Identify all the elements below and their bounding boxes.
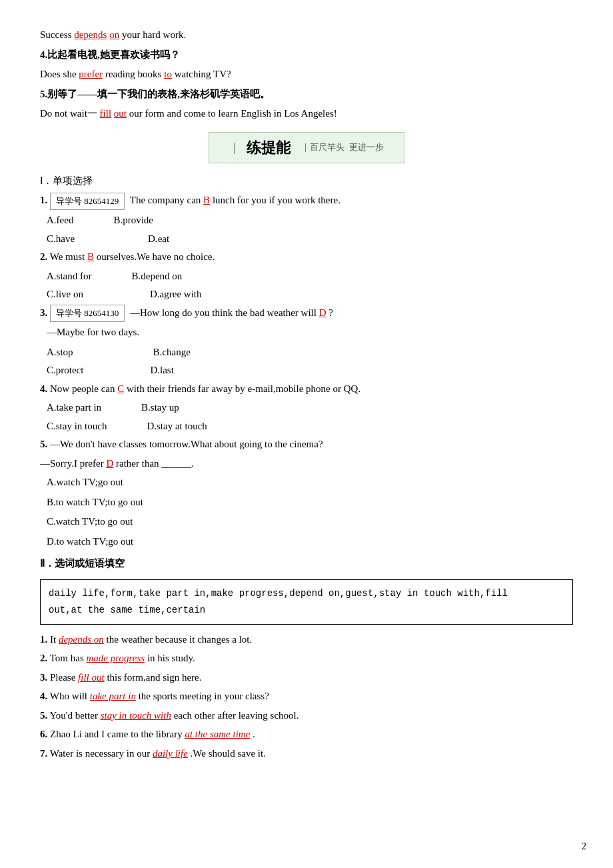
mc-q4: 4. Now people can C with their friends f… <box>40 381 573 398</box>
mc-q2-num: 2. <box>40 251 47 262</box>
mc-q3-answer: D <box>319 307 326 318</box>
mc-q1-before: The company can <box>130 195 203 205</box>
mc-q4-after: with their friends far away by e-mail,mo… <box>127 383 360 394</box>
mc-q3-before: —How long do you think the bad weather w… <box>130 307 319 318</box>
mc-q4-num: 4. <box>40 383 47 394</box>
mc-q3-num: 3. <box>40 307 47 318</box>
fill-q6-before: Zhao Li and I came to the library <box>50 729 185 739</box>
mc-q3-optB: B.change <box>153 344 191 361</box>
q4-after: watching TV? <box>175 69 231 79</box>
section1-label: Ⅰ．单项选择 <box>40 173 573 190</box>
banner: ｜ 练提能 ｜百尺竿头 更进一步 <box>40 132 573 163</box>
success-text-before: Success <box>40 29 74 40</box>
mc-q1-optD: D.eat <box>148 231 169 248</box>
q5-english: Do not wait一 fill out our form and come … <box>40 105 573 123</box>
fill-q5-after: each other after leaving school. <box>174 710 299 721</box>
mc-q5-answer: D <box>106 458 113 469</box>
fill-q4-answer: take part in <box>90 691 136 701</box>
banner-title: 练提能 <box>247 135 291 160</box>
fill-q5-num: 5. <box>40 710 47 721</box>
q5-before: Do not wait一 <box>40 108 100 119</box>
success-line: Success depends on your hard work. <box>40 27 573 44</box>
q5-blank2: out <box>114 108 127 119</box>
mc-q1-opts-row1: A.feed B.provide <box>47 212 573 229</box>
fill-q2: 2. Tom has made progress in his study. <box>40 650 573 667</box>
fill-q7-num: 7. <box>40 748 47 759</box>
fill-q2-num: 2. <box>40 653 47 663</box>
banner-sub2: 更进一步 <box>349 142 384 152</box>
mc-q5-text1: —We don't have classes tomorrow.What abo… <box>50 439 323 449</box>
mc-q2: 2. We must B ourselves.We have no choice… <box>40 249 573 266</box>
mc-q3-optD: D.last <box>150 362 173 379</box>
success-text-after: your hard work. <box>122 29 186 40</box>
blank-on: on <box>109 29 119 40</box>
mc-q5-mid: rather than ______. <box>116 458 194 469</box>
fill-q5: 5. You'd better stay in touch with each … <box>40 707 573 725</box>
q4-english: Does she prefer reading books to watchin… <box>40 66 573 83</box>
fill-q5-answer: stay in touch with <box>101 710 171 721</box>
mc-q1-opts-row2: C.have D.eat <box>47 231 573 248</box>
mc-q2-before: We must <box>50 251 85 262</box>
banner-sub1: 百尺竿头 <box>310 142 344 152</box>
mc-q3-guide: 导学号 82654130 <box>50 305 125 322</box>
q4-before: Does she <box>40 69 79 79</box>
fill-q3-before: Please <box>50 672 78 683</box>
mc-q5-before: —Sorry.I prefer <box>40 458 106 469</box>
q5-after: our form and come to learn English in Lo… <box>129 108 337 119</box>
mc-q4-optB: B.stay up <box>141 399 179 417</box>
mc-q3-optC: C.protect <box>47 362 83 379</box>
blank-depends: depends <box>74 29 107 40</box>
mc-q3-opts-row2: C.protect D.last <box>47 362 573 379</box>
fill-q6-answer: at the same time <box>185 729 250 739</box>
mc-q2-opts-row1: A.stand for B.depend on <box>47 268 573 285</box>
fill-q5-before: You'd better <box>49 710 100 721</box>
fill-q6: 6. Zhao Li and I came to the library at … <box>40 726 573 743</box>
mc-q5-optC: C.watch TV;to go out <box>47 513 573 531</box>
mc-q1-optA: A.feed <box>47 212 73 229</box>
fill-q1-before: It <box>50 634 59 645</box>
mc-q4-opts-row1: A.take part in B.stay up <box>47 399 573 417</box>
mc-q3: 3. 导学号 82654130 —How long do you think t… <box>40 305 573 323</box>
mc-q2-optB: B.depend on <box>132 268 183 285</box>
q4-mid: reading books <box>105 69 164 79</box>
mc-q4-before: Now people can <box>50 383 115 394</box>
fill-q7: 7. Water is necessary in our daily life … <box>40 745 573 763</box>
fill-q1: 1. It depends on the weather because it … <box>40 631 573 649</box>
mc-q2-after: ourselves.We have no choice. <box>97 251 215 262</box>
mc-q4-optD: D.stay at touch <box>147 418 207 435</box>
banner-inner: ｜ 练提能 ｜百尺竿头 更进一步 <box>209 132 404 163</box>
section2-label: Ⅱ．选词或短语填空 <box>40 555 573 573</box>
mc-q2-optD: D.agree with <box>150 286 201 303</box>
fill-q7-answer: daily life <box>153 748 188 759</box>
mc-q2-answer: B <box>87 251 94 262</box>
q5-blank1: fill <box>100 108 112 119</box>
mc-q4-optC: C.stay in touch <box>47 418 107 435</box>
fill-q2-after: in his study. <box>147 653 195 663</box>
mc-q4-opts-row2: C.stay in touch D.stay at touch <box>47 418 573 435</box>
fill-q6-num: 6. <box>40 729 47 739</box>
mc-q3-sub: —Maybe for two days. <box>47 324 573 341</box>
q5-chinese: 5.别等了——填一下我们的表格,来洛杉矶学英语吧。 <box>40 86 573 103</box>
mc-q1-guide: 导学号 82654129 <box>50 193 125 210</box>
mc-q1-answer: B <box>203 195 210 205</box>
fill-q3-num: 3. <box>40 672 47 683</box>
fill-q3-answer: fill out <box>78 672 105 683</box>
fill-q2-answer: made progress <box>87 653 145 663</box>
fill-q1-num: 1. <box>40 634 47 645</box>
fill-q4-before: Who will <box>50 691 90 701</box>
mc-q2-opts-row2: C.live on D.agree with <box>47 286 573 303</box>
mc-q5-optD: D.to watch TV;go out <box>47 533 573 551</box>
fill-q2-before: Tom has <box>50 653 87 663</box>
fill-q7-before: Water is necessary in our <box>50 748 153 759</box>
mc-q2-optC: C.live on <box>47 286 83 303</box>
q4-blank1: prefer <box>79 69 103 79</box>
word-box: daily life,form,take part in,make progre… <box>40 579 573 625</box>
mc-q3-optA: A.stop <box>47 344 73 361</box>
mc-q1: 1. 导学号 82654129 The company can B lunch … <box>40 192 573 210</box>
mc-q5-line1: 5. —We don't have classes tomorrow.What … <box>40 436 573 453</box>
fill-q7-after: .We should save it. <box>191 748 266 759</box>
q4-blank2: to <box>164 69 172 79</box>
mc-q4-optA: A.take part in <box>47 399 101 417</box>
mc-q1-after: lunch for you if you work there. <box>213 195 340 205</box>
mc-q5-num: 5. <box>40 439 47 449</box>
